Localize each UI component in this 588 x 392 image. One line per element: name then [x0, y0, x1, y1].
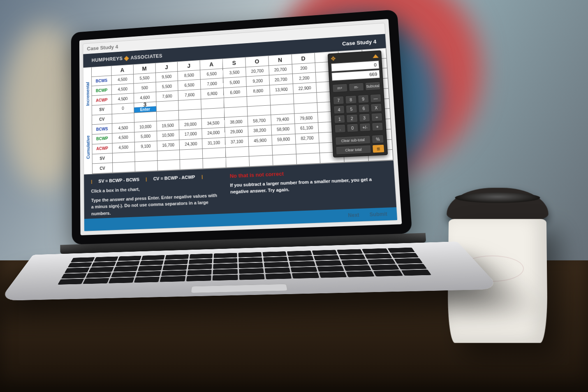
sv-cell[interactable] [156, 101, 179, 111]
cum-cv-cell[interactable] [135, 161, 157, 172]
calc-key-3[interactable]: 3 [359, 114, 370, 122]
cum-acwp-cell: 24,300 [180, 139, 203, 149]
inc-bcws-cell: 3,500 [223, 67, 246, 78]
cum-sv-cell[interactable] [296, 143, 320, 154]
cum-bcwp-cell: 38,200 [248, 125, 272, 136]
feedback-text: If you subtract a larger number from a s… [230, 176, 387, 195]
inc-bcwp-cell: 6,500 [178, 80, 201, 90]
calc-key-7[interactable]: 7 [333, 96, 345, 104]
calc-key-equals[interactable]: = [372, 144, 384, 153]
cum-bcwp-cell: 24,000 [202, 128, 225, 138]
calc-key-subtotal[interactable]: Subtotal [365, 81, 380, 90]
cv-cell[interactable] [248, 105, 271, 116]
cv-cell[interactable] [179, 109, 202, 120]
cum-cv-cell[interactable] [249, 155, 273, 166]
move-icon[interactable]: ✥ [331, 55, 336, 62]
cv-cell[interactable] [294, 102, 318, 114]
cum-cv-cell[interactable] [226, 157, 250, 167]
inc-acwp-cell: 8,800 [247, 86, 270, 96]
calc-key-0[interactable]: 0 [347, 123, 358, 132]
calc-key-÷[interactable]: ÷ [371, 113, 382, 121]
calc-key-mminus[interactable]: m- [349, 83, 364, 92]
cum-acwp-cell: 16,700 [157, 140, 180, 151]
calc-key-clear-total[interactable]: Clear total [336, 145, 371, 155]
cum-bcwp-cell: 17,000 [179, 129, 202, 139]
cv-cell[interactable] [271, 104, 294, 115]
cum-bcws-cell: 38,000 [225, 116, 248, 127]
month-header: J [178, 60, 200, 71]
cum-bcws-cell: 58,700 [248, 115, 271, 126]
row-label-cum-bcwp: BCWP [92, 134, 112, 144]
inc-bcws-cell: 8,500 [178, 70, 201, 81]
cv-cell[interactable] [157, 110, 179, 121]
calc-key-9[interactable]: 9 [357, 95, 369, 103]
calc-key-+/-[interactable]: +/- [359, 123, 370, 132]
collapse-icon[interactable] [373, 54, 379, 58]
cum-bcwp-cell: 10,500 [157, 130, 180, 141]
inc-acwp-cell: 6,800 [201, 88, 224, 99]
cum-cv-cell[interactable] [157, 160, 181, 171]
cum-cv-cell[interactable] [273, 154, 297, 165]
calc-key-2[interactable]: 2 [346, 114, 358, 123]
cum-bcws-cell: 10,000 [134, 121, 157, 132]
calc-key-8[interactable]: 8 [345, 95, 357, 104]
inc-bcws-cell: 20,700 [269, 64, 292, 75]
cum-sv-cell[interactable] [203, 148, 226, 158]
cum-cv-cell[interactable] [203, 158, 227, 168]
row-label-inc-acwp: ACWP [92, 95, 112, 105]
row-label-cum-sv: SV [93, 153, 113, 163]
inc-bcws-cell: 5,500 [134, 73, 156, 84]
cv-cell[interactable] [134, 111, 157, 122]
cum-sv-cell[interactable] [135, 151, 157, 162]
cv-cell[interactable] [201, 108, 225, 118]
calc-key-6[interactable]: 6 [358, 104, 370, 113]
cum-cv-cell[interactable] [296, 153, 321, 165]
calc-key-percent[interactable]: % [372, 135, 384, 144]
cum-bcws-cell: 79,600 [294, 113, 319, 124]
sv-cell[interactable] [224, 97, 248, 107]
sv-cell[interactable] [270, 94, 294, 104]
calc-key-X[interactable]: X [370, 103, 382, 112]
inc-bcwp-cell: 500 [134, 83, 156, 93]
cum-sv-cell[interactable] [226, 146, 249, 157]
calc-key-5[interactable]: 5 [346, 104, 357, 113]
sv-cell[interactable]: 0 [112, 103, 134, 114]
cum-sv-cell[interactable] [157, 150, 181, 160]
calc-key-.[interactable]: . [334, 124, 346, 133]
cum-bcws-cell: 79,400 [271, 114, 295, 125]
cv-cell[interactable] [225, 107, 248, 117]
calc-key-4[interactable]: 4 [333, 105, 345, 114]
calc-key-clear-sub[interactable]: Clear sub-total [335, 135, 371, 145]
cv-cell[interactable] [112, 113, 134, 123]
calc-key-—[interactable]: — [370, 94, 381, 102]
calc-key-+[interactable]: + [372, 122, 384, 131]
inc-acwp-cell: 6,000 [224, 87, 247, 97]
calc-display-secondary: 669 [331, 70, 380, 81]
cum-sv-cell[interactable] [180, 149, 203, 160]
calc-key-mplus[interactable]: m+ [332, 84, 348, 93]
row-label-inc-bcws: BCWS [92, 76, 112, 86]
row-label-cum-bcws: BCWS [92, 124, 112, 134]
cum-cv-cell[interactable] [113, 162, 135, 173]
sv-cell[interactable] [247, 95, 271, 106]
sv-cell[interactable] [201, 98, 225, 109]
cum-sv-cell[interactable] [272, 144, 296, 155]
cum-sv-cell[interactable] [113, 152, 135, 163]
sv-cell[interactable] [179, 99, 202, 110]
inc-bcwp-cell: 20,700 [269, 74, 293, 85]
month-header: D [292, 53, 315, 64]
cum-bcwp-cell: 58,900 [271, 124, 295, 135]
cum-cv-cell[interactable] [180, 159, 203, 169]
cum-bcws-cell: 34,500 [202, 118, 225, 128]
cum-acwp-cell: 45,900 [248, 135, 272, 146]
cum-sv-cell[interactable] [249, 145, 273, 156]
row-label-cum-cv: CV [93, 163, 113, 173]
next-button[interactable]: Next [348, 212, 359, 218]
inc-bcwp-cell: 9,200 [246, 76, 270, 86]
active-entry-cell[interactable]: 3Enter [134, 102, 157, 113]
submit-button[interactable]: Submit [369, 211, 387, 218]
sv-cell[interactable] [294, 93, 317, 104]
inc-bcwp-cell: 5,500 [156, 81, 178, 92]
calculator-widget[interactable]: ✥ 0 669 m+ m- Subtotal 789—456X123÷.0+ [328, 50, 388, 158]
calc-key-1[interactable]: 1 [334, 115, 345, 123]
